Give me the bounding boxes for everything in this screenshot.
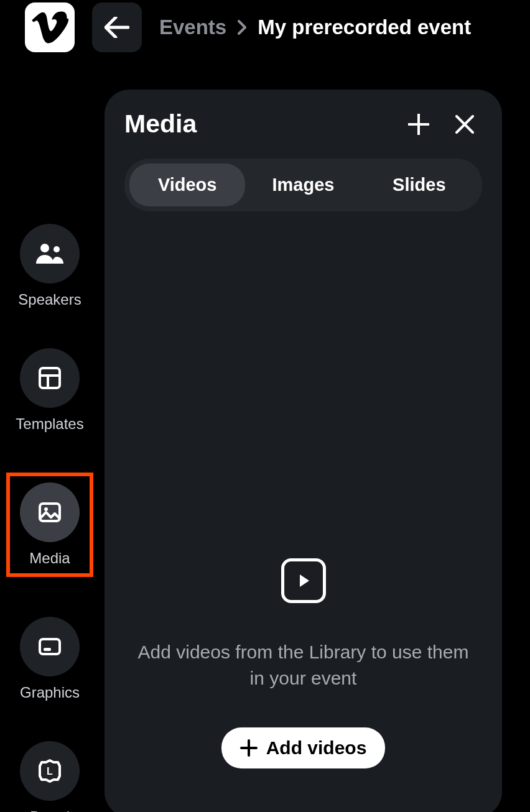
tab-videos[interactable]: Videos xyxy=(129,164,245,206)
sidebar: Speakers Templates Media xyxy=(0,55,100,812)
header: Events My prerecorded event xyxy=(0,0,530,55)
svg-rect-5 xyxy=(40,504,60,521)
add-videos-label: Add videos xyxy=(266,737,367,759)
brand-icon: L xyxy=(37,759,62,783)
empty-text: Add videos from the Library to use them … xyxy=(124,639,482,691)
breadcrumb-parent[interactable]: Events xyxy=(159,16,226,39)
sidebar-item-media[interactable]: Media xyxy=(6,473,93,577)
svg-point-0 xyxy=(40,244,49,252)
svg-rect-2 xyxy=(40,368,60,388)
sidebar-item-label: Graphics xyxy=(20,684,80,701)
close-button[interactable] xyxy=(451,111,478,138)
sidebar-item-label: Templates xyxy=(16,415,83,433)
panel-actions xyxy=(405,111,482,138)
svg-point-6 xyxy=(44,507,48,511)
close-icon xyxy=(455,115,474,134)
tab-slides[interactable]: Slides xyxy=(361,164,477,206)
chevron-right-icon xyxy=(238,20,246,35)
svg-text:L: L xyxy=(47,766,53,777)
graphics-icon xyxy=(39,638,61,655)
sidebar-item-brand[interactable]: L Brand xyxy=(6,741,93,812)
vimeo-logo[interactable] xyxy=(25,2,75,52)
empty-state: Add videos from the Library to use them … xyxy=(124,558,482,768)
svg-rect-7 xyxy=(40,639,60,654)
arrow-left-icon xyxy=(105,17,129,38)
panel-header: Media xyxy=(124,109,482,154)
media-icon xyxy=(39,502,61,522)
panel-title: Media xyxy=(124,109,197,139)
sidebar-item-templates[interactable]: Templates xyxy=(6,348,93,433)
breadcrumb-current: My prerecorded event xyxy=(258,16,471,39)
svg-point-1 xyxy=(53,246,60,252)
tabs: Videos Images Slides xyxy=(124,159,482,211)
plus-icon xyxy=(408,114,429,135)
video-play-icon xyxy=(281,558,326,603)
add-videos-button[interactable]: Add videos xyxy=(221,727,386,768)
tab-images[interactable]: Images xyxy=(245,164,361,206)
media-panel: Media Videos Images Slides xyxy=(105,90,502,812)
templates-icon xyxy=(39,367,61,389)
back-button[interactable] xyxy=(92,2,142,52)
add-icon-button[interactable] xyxy=(405,111,432,138)
main-area: Speakers Templates Media xyxy=(0,55,530,812)
plus-icon xyxy=(240,739,258,757)
sidebar-item-label: Media xyxy=(29,550,70,567)
svg-rect-8 xyxy=(44,648,51,651)
breadcrumb: Events My prerecorded event xyxy=(159,16,471,39)
sidebar-item-speakers[interactable]: Speakers xyxy=(6,224,93,308)
sidebar-item-label: Brand xyxy=(30,808,70,812)
sidebar-item-label: Speakers xyxy=(18,291,81,308)
sidebar-item-graphics[interactable]: Graphics xyxy=(6,617,93,701)
speakers-icon xyxy=(36,242,63,265)
